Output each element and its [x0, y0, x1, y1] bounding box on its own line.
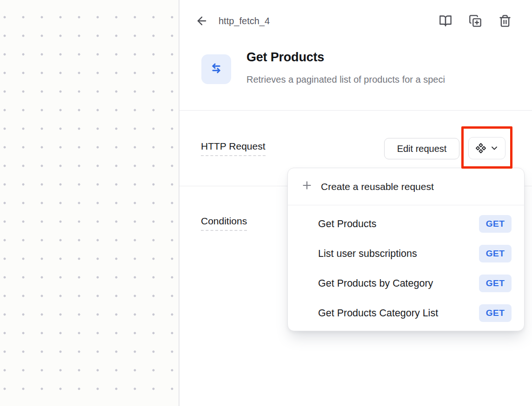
menu-item-get-products-by-category[interactable]: Get Products by Category GET	[288, 268, 524, 298]
edit-request-button[interactable]: Edit request	[384, 138, 459, 159]
app-screen: http_fetch_4 Get	[0, 0, 532, 406]
back-button[interactable]	[195, 14, 208, 27]
http-request-label: HTTP Request	[201, 141, 266, 156]
delete-button[interactable]	[499, 14, 512, 27]
menu-item-get-products-category-list[interactable]: Get Products Category List GET	[288, 298, 524, 328]
menu-item-label: Get Products	[318, 218, 376, 230]
node-id-title: http_fetch_4	[219, 16, 270, 26]
menu-item-list-user-subscriptions[interactable]: List user subscriptions GET	[288, 239, 524, 268]
method-badge: GET	[479, 245, 512, 262]
node-type-icon-box	[201, 54, 231, 84]
node-detail-panel: http_fetch_4 Get	[180, 0, 532, 406]
plus-icon	[301, 179, 313, 194]
node-title: Get Products	[246, 50, 324, 65]
workflow-canvas[interactable]	[0, 0, 179, 406]
menu-item-create-reusable-request[interactable]: Create a reusable request	[288, 168, 524, 205]
menu-list: Get Products GET List user subscriptions…	[288, 205, 524, 331]
menu-item-label: Get Products by Category	[318, 278, 433, 289]
reusable-request-dropdown-button[interactable]	[468, 137, 505, 159]
method-badge: GET	[479, 275, 512, 292]
header-actions	[439, 14, 512, 27]
docs-button[interactable]	[439, 14, 452, 27]
duplicate-button[interactable]	[469, 14, 482, 27]
node-description: Retrieves a paginated list of products f…	[246, 74, 512, 85]
method-badge: GET	[479, 304, 512, 322]
component-diamonds-icon	[475, 143, 486, 154]
conditions-label: Conditions	[201, 216, 247, 231]
arrow-left-icon	[195, 14, 208, 27]
swap-arrows-icon	[208, 60, 224, 78]
method-badge: GET	[479, 215, 512, 233]
menu-item-get-products[interactable]: Get Products GET	[288, 209, 524, 239]
menu-item-label: Get Products Category List	[318, 308, 438, 319]
trash-icon	[499, 14, 512, 27]
menu-item-label: List user subscriptions	[318, 248, 417, 260]
chevron-down-icon	[490, 144, 499, 153]
section-divider	[180, 110, 532, 111]
menu-item-label: Create a reusable request	[321, 181, 434, 192]
book-open-icon	[439, 14, 452, 27]
copy-plus-icon	[469, 14, 482, 27]
reusable-request-menu: Create a reusable request Get Products G…	[287, 168, 525, 331]
